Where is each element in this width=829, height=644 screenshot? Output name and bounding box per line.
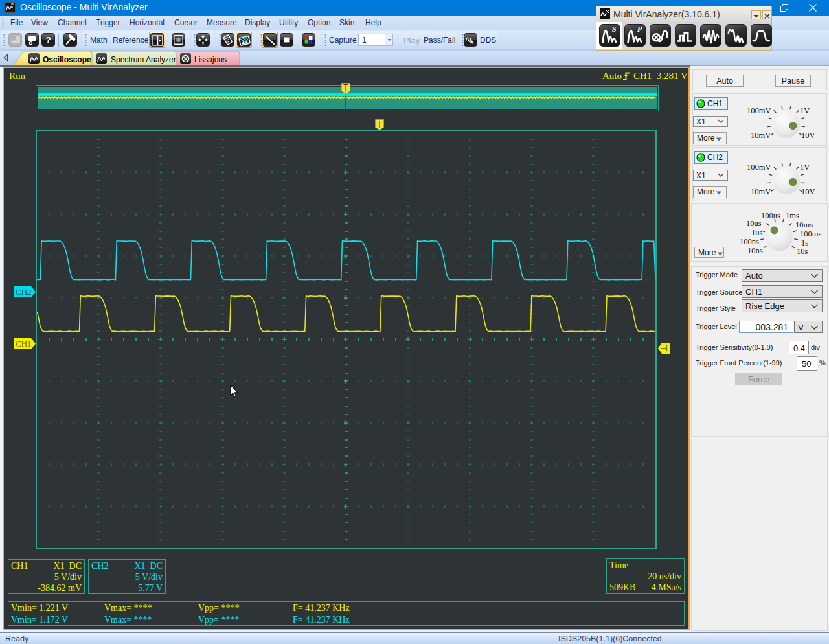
- svg-text:S: S: [612, 25, 617, 34]
- svg-text:P: P: [637, 25, 642, 34]
